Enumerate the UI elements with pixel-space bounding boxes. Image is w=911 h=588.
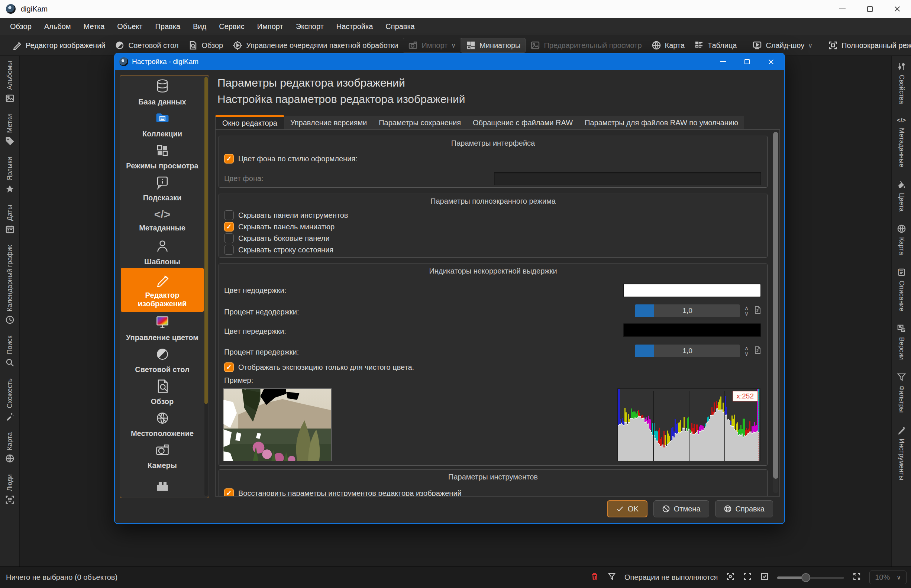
hide-statusbar-checkbox-row[interactable]: Скрывать строку состояния	[224, 245, 333, 255]
sidebar-item-timeline[interactable]: Календарный график	[5, 245, 15, 325]
sidebar-item-similarity[interactable]: Схожесть	[5, 378, 15, 421]
dialog-close-button[interactable]	[759, 53, 783, 70]
dialog-maximize-button[interactable]	[735, 53, 759, 70]
menu-album[interactable]: Альбом	[38, 18, 77, 35]
category-collections[interactable]: Коллекции	[121, 108, 204, 140]
sidebar-item-people[interactable]: Люди	[5, 474, 15, 504]
spin-down-icon[interactable]: ∨	[745, 311, 749, 316]
sidebar-item-colors[interactable]: Цвета	[897, 180, 906, 212]
page-scrollbar-thumb[interactable]	[773, 132, 778, 479]
toolbar-fullscreen[interactable]: Полноэкранный режим	[823, 38, 911, 52]
tab-raw-defaults[interactable]: Параметры для файлов RAW по умолчанию	[579, 119, 744, 127]
category-templates[interactable]: Шаблоны	[121, 236, 204, 268]
theme-background-checkbox-row[interactable]: Цвет фона по стилю оформления:	[224, 154, 357, 163]
category-location[interactable]: Местоположение	[121, 408, 204, 440]
toolbar-browse[interactable]: Обзор	[183, 38, 228, 52]
category-database[interactable]: База данных	[121, 76, 204, 108]
checkbox[interactable]	[224, 362, 234, 372]
spin-arrows[interactable]: ∧∨	[745, 346, 749, 356]
fullscreen-button[interactable]	[852, 572, 861, 583]
spin-up-icon[interactable]: ∧	[745, 346, 749, 351]
sidebar-item-properties[interactable]: Свойства	[897, 62, 906, 104]
close-button[interactable]	[884, 0, 911, 18]
sidebar-item-labels[interactable]: Ярлыки	[5, 157, 15, 194]
menu-settings[interactable]: Настройка	[330, 18, 379, 35]
spin-down-icon[interactable]: ∨	[745, 351, 749, 356]
overexposure-percent-spinbox[interactable]: 1,0	[635, 344, 740, 357]
tab-save-settings[interactable]: Параметры сохранения	[373, 119, 467, 127]
toolbar-table[interactable]: Таблица	[690, 38, 741, 52]
reset-to-default-button[interactable]	[753, 305, 762, 316]
pure-color-checkbox-row[interactable]: Отображать экспозицию только для чистого…	[224, 362, 414, 372]
menu-tools[interactable]: Сервис	[213, 18, 251, 35]
zoom-fit-window-button[interactable]	[743, 572, 752, 583]
toolbar-thumbnails[interactable]: Миниатюры	[461, 38, 526, 53]
checkbox[interactable]	[224, 488, 234, 497]
category-light-table[interactable]: Световой стол	[121, 344, 204, 376]
minimize-button[interactable]	[829, 0, 856, 18]
maximize-button[interactable]	[856, 0, 884, 18]
dialog-titlebar[interactable]: Настройка - digiKam	[115, 53, 784, 70]
menu-export[interactable]: Экспорт	[289, 18, 330, 35]
sidebar-item-tools[interactable]: Инструменты	[897, 426, 906, 480]
reset-to-default-button[interactable]	[753, 346, 762, 356]
sidebar-item-dates[interactable]: Даты	[5, 205, 15, 234]
category-cameras[interactable]: Камеры	[121, 440, 204, 472]
menu-import[interactable]: Импорт	[251, 18, 289, 35]
menu-help[interactable]: Справка	[379, 18, 421, 35]
checkbox[interactable]	[224, 222, 234, 231]
zoom-slider-handle[interactable]	[801, 573, 810, 582]
toolbar-slideshow[interactable]: Слайд-шоу ∨	[748, 38, 817, 52]
toolbar-batch-queue[interactable]: Управление очередями пакетной обработки	[228, 38, 403, 52]
category-scrollbar-thumb[interactable]	[204, 77, 208, 404]
menu-tag[interactable]: Метка	[77, 18, 111, 35]
toolbar-map[interactable]: Карта	[647, 38, 690, 52]
toolbar-light-table[interactable]: Световой стол	[110, 38, 183, 52]
hide-sidebars-checkbox-row[interactable]: Скрывать боковые панели	[224, 233, 330, 243]
menu-browse[interactable]: Обзор	[4, 18, 38, 35]
sidebar-item-tags[interactable]: Метки	[5, 114, 15, 146]
menu-view[interactable]: Вид	[187, 18, 213, 35]
sidebar-item-map-right[interactable]: Карта	[897, 224, 906, 255]
category-tooltips[interactable]: Подсказки	[121, 172, 204, 204]
sidebar-item-map[interactable]: Карта	[5, 432, 15, 463]
checkbox[interactable]	[224, 233, 234, 243]
page-scrollbar[interactable]	[773, 132, 778, 493]
sidebar-item-captions[interactable]: Описание	[897, 268, 906, 312]
tab-versioning[interactable]: Управление версиями	[284, 119, 373, 127]
checkbox[interactable]	[224, 210, 234, 220]
tab-editor-window[interactable]: Окно редактора	[215, 115, 284, 130]
tab-raw-behavior[interactable]: Обращение с файлами RAW	[467, 119, 579, 127]
hide-toolbars-checkbox-row[interactable]: Скрывать панели инструментов	[224, 210, 348, 220]
category-view-modes[interactable]: Режимы просмотра	[121, 140, 204, 172]
toolbar-overflow-chevron-icon[interactable]: ›	[906, 40, 909, 50]
filter-button[interactable]	[607, 572, 616, 583]
category-image-editor[interactable]: Редактор изображений	[121, 268, 204, 312]
category-browse[interactable]: Обзор	[121, 376, 204, 408]
sidebar-item-albums[interactable]: Альбомы	[5, 61, 15, 103]
zoom-slider[interactable]	[777, 574, 844, 581]
sidebar-item-filters[interactable]: Фильтры	[897, 372, 906, 413]
zoom-level-select[interactable]: 10% ∨	[869, 570, 906, 584]
underexposure-color-swatch[interactable]	[623, 284, 761, 297]
sidebar-item-versions[interactable]: Версии	[897, 324, 906, 360]
category-plugins[interactable]	[121, 472, 204, 497]
restore-tools-checkbox-row[interactable]: Восстановить параметры инструментов реда…	[224, 488, 462, 497]
trash-button[interactable]	[590, 572, 599, 583]
spin-up-icon[interactable]: ∧	[745, 305, 749, 310]
ok-button[interactable]: OK	[607, 500, 648, 517]
category-metadata[interactable]: </> Метаданные	[121, 204, 204, 236]
toolbar-image-editor[interactable]: Редактор изображений	[7, 38, 110, 52]
help-button[interactable]: Справка	[715, 500, 773, 517]
zoom-fit-selection-button[interactable]	[726, 572, 735, 583]
category-scrollbar[interactable]	[204, 77, 208, 496]
menu-item[interactable]: Объект	[111, 18, 149, 35]
spin-arrows[interactable]: ∧∨	[745, 305, 749, 316]
menu-edit[interactable]: Правка	[149, 18, 187, 35]
hide-thumbbar-checkbox-row[interactable]: Скрывать панель миниатюр	[224, 222, 334, 231]
zoom-100-button[interactable]	[760, 572, 769, 583]
category-color-management[interactable]: Управление цветом	[121, 312, 204, 344]
sidebar-item-metadata[interactable]: </> Метаданные	[897, 117, 906, 167]
underexposure-percent-spinbox[interactable]: 1,0	[635, 304, 740, 317]
cancel-button[interactable]: Отмена	[653, 500, 709, 517]
